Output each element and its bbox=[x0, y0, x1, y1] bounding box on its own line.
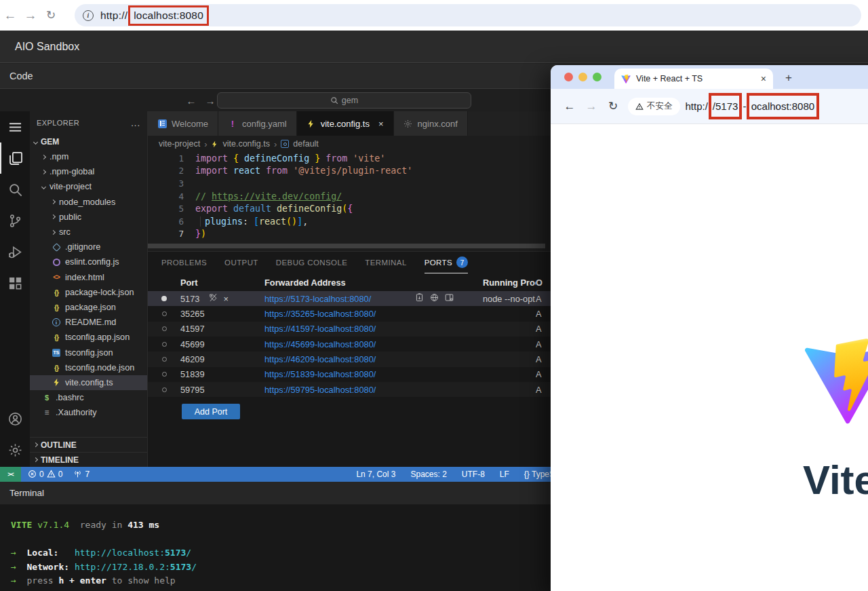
forward-icon[interactable]: → bbox=[20, 8, 41, 23]
chevron-right-icon bbox=[51, 199, 56, 204]
chevron-right-icon bbox=[51, 214, 56, 219]
tree-item--gitignore[interactable]: .gitignore bbox=[30, 240, 147, 254]
problems-status[interactable]: 0 0 bbox=[28, 470, 62, 479]
panel-tab-terminal[interactable]: TERMINAL bbox=[365, 252, 406, 273]
panel-tab-ports[interactable]: PORTS7 bbox=[425, 252, 468, 273]
tree-item-public[interactable]: public bbox=[30, 210, 147, 225]
forwarded-address-link[interactable]: https://35265-localhost:8080/ bbox=[264, 309, 415, 319]
panel-tab-problems[interactable]: PROBLEMS bbox=[161, 252, 207, 273]
open-in-browser-icon[interactable] bbox=[430, 293, 439, 304]
tab-label: Welcome bbox=[172, 119, 208, 129]
account-icon[interactable] bbox=[0, 403, 30, 434]
search-icon[interactable] bbox=[0, 174, 30, 205]
tree-item-src[interactable]: src bbox=[30, 225, 147, 240]
tree-item-node-modules[interactable]: node_modules bbox=[30, 195, 147, 210]
site-info-icon[interactable]: i bbox=[83, 10, 94, 21]
vite-file-icon bbox=[52, 378, 61, 387]
tree-item-tsconfig-node-json[interactable]: {}tsconfig.node.json bbox=[30, 360, 147, 375]
tree-item-vite-project[interactable]: vite-project bbox=[30, 179, 147, 194]
tree-item-tsconfig-app-json[interactable]: {}tsconfig.app.json bbox=[30, 330, 147, 345]
editor-tab-vite-config-ts[interactable]: vite.config.ts× bbox=[297, 111, 394, 136]
editor-back-icon[interactable]: ← bbox=[182, 95, 201, 107]
tree-item--xauthority[interactable]: ≡.Xauthority bbox=[30, 405, 147, 420]
panel-tab-debug-console[interactable]: DEBUG CONSOLE bbox=[276, 252, 348, 273]
tree-item--npm-global[interactable]: .npm-global bbox=[30, 164, 147, 179]
line-number: 1 bbox=[148, 153, 195, 164]
tree-item-package-json[interactable]: {}package.json bbox=[30, 300, 147, 315]
status-item-2[interactable]: UTF-8 bbox=[462, 470, 485, 479]
address-bar[interactable]: i http://localhost:8080 bbox=[75, 4, 861, 26]
status-item-0[interactable]: Ln 7, Col 3 bbox=[356, 470, 395, 479]
tree-item-index-html[interactable]: <>index.html bbox=[30, 270, 147, 285]
status-item-1[interactable]: Spaces: 2 bbox=[410, 470, 446, 479]
yaml-icon: ! bbox=[228, 119, 237, 128]
tab-close-icon[interactable]: × bbox=[761, 73, 766, 84]
close-window-button[interactable] bbox=[564, 73, 573, 81]
minimize-window-button[interactable] bbox=[578, 73, 587, 81]
tree-item-package-lock-json[interactable]: {}package-lock.json bbox=[30, 285, 147, 300]
mac-url-text[interactable]: http://5173-localhost:8080 bbox=[686, 93, 821, 119]
code-line-content: export default defineConfig({ bbox=[195, 204, 353, 214]
code-line-content: import { defineConfig } from 'vite' bbox=[195, 153, 385, 164]
status-item-3[interactable]: LF bbox=[500, 470, 509, 479]
tree-item-readme-md[interactable]: iREADME.md bbox=[30, 315, 147, 330]
timeline-section[interactable]: TIMELINE bbox=[30, 452, 147, 467]
html-file-icon: <> bbox=[52, 273, 61, 282]
tree-item--bashrc[interactable]: $.bashrc bbox=[30, 390, 147, 405]
explorer-root-folder[interactable]: GEM bbox=[30, 134, 147, 149]
security-badge[interactable]: 不安全 bbox=[628, 98, 680, 115]
editor-tab-welcome[interactable]: Welcome bbox=[148, 111, 218, 136]
preview-in-editor-icon[interactable] bbox=[445, 293, 454, 304]
tree-item-tsconfig-json[interactable]: TStsconfig.json bbox=[30, 345, 147, 360]
forwarded-address-link[interactable]: https://51839-localhost:8080/ bbox=[264, 369, 415, 379]
panel-tab-output[interactable]: OUTPUT bbox=[224, 252, 258, 273]
menu-icon[interactable] bbox=[0, 111, 30, 142]
close-icon[interactable]: × bbox=[378, 119, 384, 129]
command-center-search[interactable]: gem bbox=[217, 92, 471, 109]
mac-reload-icon[interactable]: ↻ bbox=[602, 99, 624, 113]
line-number: 6 bbox=[148, 216, 195, 227]
explorer-icon[interactable] bbox=[0, 142, 30, 174]
tree-item-label: vite-project bbox=[50, 182, 92, 191]
tree-item-eslint-config-js[interactable]: eslint.config.js bbox=[30, 254, 147, 269]
run-debug-icon[interactable] bbox=[0, 236, 30, 267]
vite-file-icon bbox=[211, 140, 218, 148]
forwarded-ports-status[interactable]: 7 bbox=[73, 470, 90, 479]
chevron-right-icon bbox=[33, 442, 38, 447]
settings-gear-icon[interactable] bbox=[0, 434, 30, 465]
outline-section[interactable]: OUTLINE bbox=[30, 437, 147, 452]
warning-icon bbox=[47, 470, 56, 479]
vite-logo bbox=[803, 338, 868, 426]
tab-label: config.yaml bbox=[242, 119, 287, 129]
url-highlight-box-host: ocalhost:8080 bbox=[747, 93, 819, 119]
browser-tab[interactable]: Vite + React + TS × bbox=[614, 69, 773, 89]
back-icon[interactable]: ← bbox=[0, 8, 20, 23]
tree-item--npm[interactable]: .npm bbox=[30, 149, 147, 164]
extensions-icon[interactable] bbox=[0, 267, 30, 299]
forwarded-address-link[interactable]: https://45699-localhost:8080/ bbox=[264, 339, 415, 349]
copy-address-icon[interactable] bbox=[415, 293, 424, 304]
port-idle-dot bbox=[148, 326, 180, 331]
forwarded-address-link[interactable]: https://46209-localhost:8080/ bbox=[264, 354, 415, 364]
editor-tab-config-yaml[interactable]: !config.yaml bbox=[218, 111, 297, 136]
tab-title: Vite + React + TS bbox=[636, 74, 703, 83]
mac-back-icon[interactable]: ← bbox=[559, 100, 580, 113]
mac-forward-icon[interactable]: → bbox=[580, 100, 602, 113]
port-number: 5173× bbox=[180, 293, 264, 304]
forwarded-address-link[interactable]: https://59795-localhost:8080/ bbox=[264, 385, 415, 395]
broadcast-icon bbox=[73, 470, 82, 479]
tree-item-vite-config-ts[interactable]: vite.config.ts bbox=[30, 375, 147, 390]
label-tag-icon[interactable] bbox=[209, 293, 218, 304]
reload-icon[interactable]: ↻ bbox=[41, 8, 61, 22]
remote-indicator[interactable]: >< bbox=[0, 467, 21, 482]
source-control-icon[interactable] bbox=[0, 205, 30, 236]
add-port-button[interactable]: Add Port bbox=[182, 404, 240, 419]
explorer-actions-icon[interactable]: ... bbox=[131, 118, 140, 128]
port-active-dot bbox=[148, 296, 180, 301]
zoom-window-button[interactable] bbox=[593, 73, 601, 81]
editor-tab-nginx-conf[interactable]: nginx.conf bbox=[394, 111, 468, 136]
close-icon[interactable]: × bbox=[223, 294, 228, 304]
forwarded-address-link[interactable]: https://5173-localhost:8080/ bbox=[264, 294, 415, 304]
new-tab-icon[interactable]: + bbox=[785, 71, 792, 85]
forwarded-address-link[interactable]: https://41597-localhost:8080/ bbox=[264, 324, 415, 334]
